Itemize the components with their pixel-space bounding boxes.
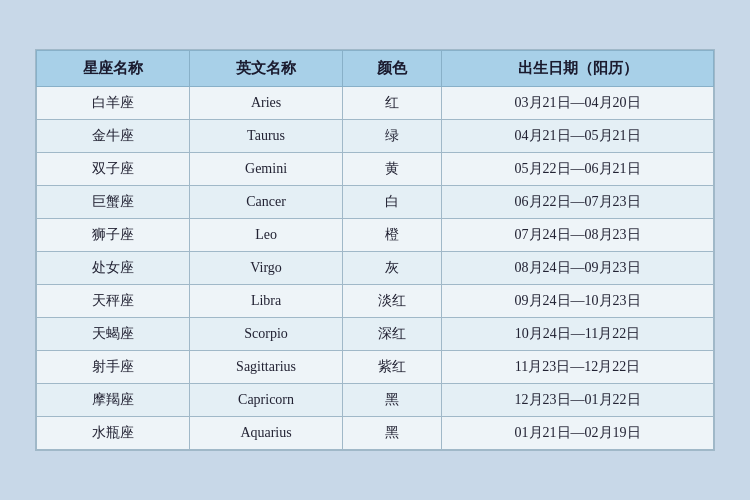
table-row: 金牛座Taurus绿04月21日—05月21日 <box>37 120 714 153</box>
cell-row8-col2: 紫红 <box>343 351 442 384</box>
cell-row8-col0: 射手座 <box>37 351 190 384</box>
cell-row10-col3: 01月21日—02月19日 <box>442 417 714 450</box>
cell-row7-col0: 天蝎座 <box>37 318 190 351</box>
cell-row1-col3: 04月21日—05月21日 <box>442 120 714 153</box>
cell-row10-col1: Aquarius <box>190 417 343 450</box>
table-row: 天蝎座Scorpio深红10月24日—11月22日 <box>37 318 714 351</box>
cell-row2-col3: 05月22日—06月21日 <box>442 153 714 186</box>
cell-row8-col3: 11月23日—12月22日 <box>442 351 714 384</box>
zodiac-table: 星座名称英文名称颜色出生日期（阳历） 白羊座Aries红03月21日—04月20… <box>36 50 714 450</box>
cell-row0-col1: Aries <box>190 87 343 120</box>
cell-row6-col1: Libra <box>190 285 343 318</box>
cell-row3-col2: 白 <box>343 186 442 219</box>
table-row: 射手座Sagittarius紫红11月23日—12月22日 <box>37 351 714 384</box>
cell-row1-col0: 金牛座 <box>37 120 190 153</box>
cell-row0-col3: 03月21日—04月20日 <box>442 87 714 120</box>
cell-row7-col2: 深红 <box>343 318 442 351</box>
cell-row6-col2: 淡红 <box>343 285 442 318</box>
cell-row8-col1: Sagittarius <box>190 351 343 384</box>
table-row: 天秤座Libra淡红09月24日—10月23日 <box>37 285 714 318</box>
cell-row6-col0: 天秤座 <box>37 285 190 318</box>
cell-row5-col2: 灰 <box>343 252 442 285</box>
cell-row5-col1: Virgo <box>190 252 343 285</box>
cell-row9-col3: 12月23日—01月22日 <box>442 384 714 417</box>
cell-row7-col1: Scorpio <box>190 318 343 351</box>
cell-row0-col0: 白羊座 <box>37 87 190 120</box>
table-row: 巨蟹座Cancer白06月22日—07月23日 <box>37 186 714 219</box>
table-row: 水瓶座Aquarius黑01月21日—02月19日 <box>37 417 714 450</box>
cell-row4-col1: Leo <box>190 219 343 252</box>
cell-row4-col3: 07月24日—08月23日 <box>442 219 714 252</box>
table-header-row: 星座名称英文名称颜色出生日期（阳历） <box>37 51 714 87</box>
cell-row10-col0: 水瓶座 <box>37 417 190 450</box>
header-col-2: 颜色 <box>343 51 442 87</box>
cell-row0-col2: 红 <box>343 87 442 120</box>
table-row: 狮子座Leo橙07月24日—08月23日 <box>37 219 714 252</box>
table-row: 摩羯座Capricorn黑12月23日—01月22日 <box>37 384 714 417</box>
cell-row2-col2: 黄 <box>343 153 442 186</box>
cell-row3-col0: 巨蟹座 <box>37 186 190 219</box>
cell-row3-col1: Cancer <box>190 186 343 219</box>
header-col-0: 星座名称 <box>37 51 190 87</box>
cell-row3-col3: 06月22日—07月23日 <box>442 186 714 219</box>
cell-row1-col2: 绿 <box>343 120 442 153</box>
header-col-1: 英文名称 <box>190 51 343 87</box>
table-row: 白羊座Aries红03月21日—04月20日 <box>37 87 714 120</box>
cell-row2-col0: 双子座 <box>37 153 190 186</box>
cell-row5-col3: 08月24日—09月23日 <box>442 252 714 285</box>
cell-row9-col1: Capricorn <box>190 384 343 417</box>
cell-row4-col0: 狮子座 <box>37 219 190 252</box>
zodiac-table-container: 星座名称英文名称颜色出生日期（阳历） 白羊座Aries红03月21日—04月20… <box>35 49 715 451</box>
table-row: 处女座Virgo灰08月24日—09月23日 <box>37 252 714 285</box>
cell-row9-col0: 摩羯座 <box>37 384 190 417</box>
header-col-3: 出生日期（阳历） <box>442 51 714 87</box>
cell-row5-col0: 处女座 <box>37 252 190 285</box>
cell-row2-col1: Gemini <box>190 153 343 186</box>
cell-row1-col1: Taurus <box>190 120 343 153</box>
cell-row10-col2: 黑 <box>343 417 442 450</box>
table-body: 白羊座Aries红03月21日—04月20日金牛座Taurus绿04月21日—0… <box>37 87 714 450</box>
cell-row6-col3: 09月24日—10月23日 <box>442 285 714 318</box>
table-row: 双子座Gemini黄05月22日—06月21日 <box>37 153 714 186</box>
cell-row7-col3: 10月24日—11月22日 <box>442 318 714 351</box>
cell-row9-col2: 黑 <box>343 384 442 417</box>
cell-row4-col2: 橙 <box>343 219 442 252</box>
